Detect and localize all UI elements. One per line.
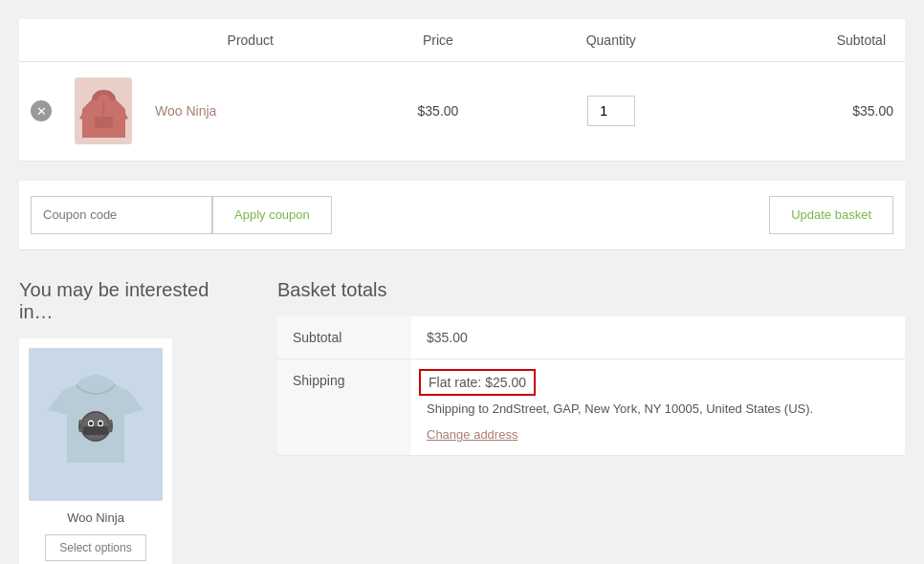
lower-section: You may be interested in…	[19, 279, 905, 565]
shipping-rate-highlight: Flat rate: $25.00	[419, 369, 536, 396]
basket-totals: Basket totals Subtotal $35.00 Shipping F…	[277, 279, 905, 457]
product-subtotal: $35.00	[703, 62, 905, 162]
coupon-section: Apply coupon	[31, 196, 332, 234]
subtotal-label: Subtotal	[277, 316, 411, 359]
col-header-subtotal: Subtotal	[703, 19, 905, 62]
col-header-price: Price	[357, 19, 518, 62]
product-image	[75, 77, 132, 144]
interest-card: Woo Ninja Select options	[19, 338, 172, 565]
col-header-product: Product	[143, 19, 357, 62]
cart-actions: Apply coupon Update basket	[19, 181, 905, 250]
table-row: ✕	[19, 62, 905, 162]
svg-rect-9	[83, 426, 108, 435]
col-header-quantity: Quantity	[518, 19, 703, 62]
update-basket-button[interactable]: Update basket	[769, 196, 893, 234]
shipping-value-cell: Flat rate: $25.00 Shipping to 2ndStreet,…	[411, 358, 905, 456]
interest-product-name: Woo Ninja	[29, 510, 163, 525]
apply-coupon-button[interactable]: Apply coupon	[212, 196, 332, 234]
interest-product-image	[29, 348, 163, 501]
cart-table: Product Price Quantity Subtotal ✕	[19, 19, 905, 162]
svg-point-7	[89, 422, 93, 425]
quantity-input[interactable]	[587, 96, 635, 126]
svg-point-8	[99, 422, 102, 425]
shipping-label: Shipping	[277, 358, 411, 456]
subtotal-row: Subtotal $35.00	[277, 316, 905, 359]
shipping-row: Shipping Flat rate: $25.00 Shipping to 2…	[277, 358, 905, 456]
remove-item-button[interactable]: ✕	[31, 100, 52, 121]
interests-heading: You may be interested in…	[19, 279, 239, 323]
product-price: $35.00	[357, 62, 518, 162]
shipping-info: Shipping to 2ndStreet, GAP, New York, NY…	[427, 400, 890, 419]
svg-rect-0	[95, 117, 113, 128]
product-name-link[interactable]: Woo Ninja	[155, 103, 216, 119]
change-address-link[interactable]: Change address	[427, 427, 890, 442]
interests-section: You may be interested in…	[19, 279, 239, 565]
select-options-button[interactable]: Select options	[45, 534, 145, 561]
basket-totals-heading: Basket totals	[277, 279, 905, 301]
subtotal-value: $35.00	[411, 316, 905, 359]
totals-table: Subtotal $35.00 Shipping Flat rate: $25.…	[277, 316, 905, 457]
coupon-input[interactable]	[31, 196, 212, 234]
